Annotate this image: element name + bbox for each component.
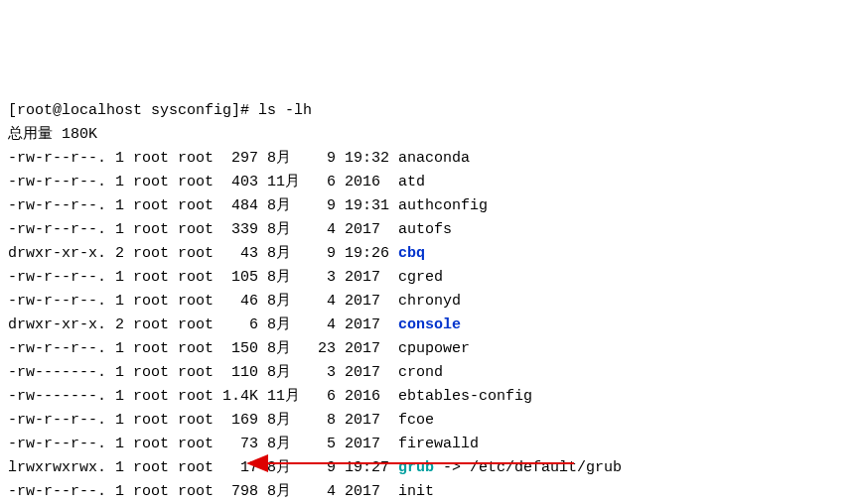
- terminal-output: [root@localhost sysconfig]# ls -lh 总用量 1…: [8, 99, 856, 504]
